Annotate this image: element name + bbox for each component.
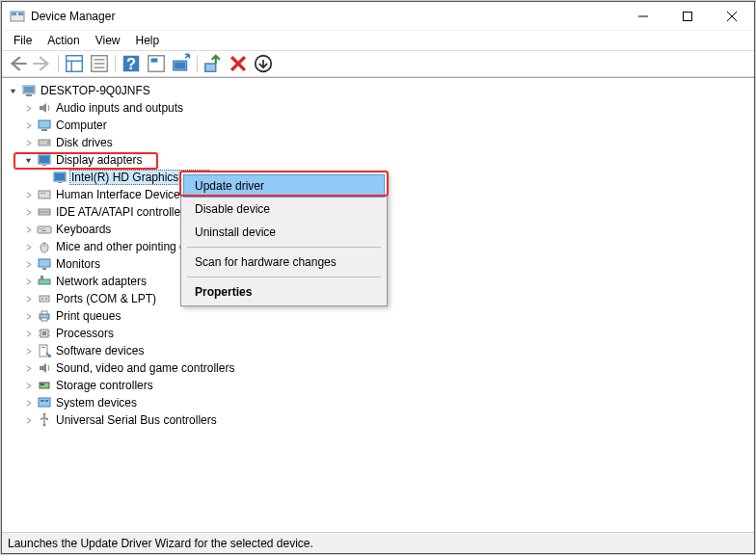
back-button[interactable] bbox=[6, 53, 29, 74]
svg-rect-2 bbox=[18, 13, 23, 15]
uninstall-button[interactable] bbox=[227, 53, 250, 74]
software-icon bbox=[37, 343, 52, 358]
window-controls bbox=[621, 2, 754, 30]
svg-rect-23 bbox=[24, 87, 34, 92]
chevron-right-icon[interactable] bbox=[21, 119, 35, 132]
svg-point-53 bbox=[45, 298, 47, 300]
toolbar-separator bbox=[58, 55, 59, 72]
svg-rect-47 bbox=[39, 259, 50, 267]
chevron-right-icon[interactable] bbox=[21, 240, 35, 253]
minimize-button[interactable] bbox=[621, 2, 665, 30]
forward-button[interactable] bbox=[31, 53, 54, 74]
ctx-separator bbox=[187, 277, 381, 278]
options-button[interactable] bbox=[145, 53, 168, 74]
tree-node-computer[interactable]: Computer bbox=[4, 117, 752, 134]
menu-view[interactable]: View bbox=[88, 32, 128, 49]
svg-rect-44 bbox=[41, 230, 46, 231]
chevron-right-icon[interactable] bbox=[21, 379, 35, 392]
chevron-right-icon[interactable] bbox=[21, 361, 35, 375]
tree-label: Computer bbox=[54, 119, 109, 132]
tree-label: Keyboards bbox=[54, 223, 113, 236]
ctx-label: Disable device bbox=[195, 202, 270, 216]
ctx-label: Scan for hardware changes bbox=[195, 255, 337, 269]
title-bar: Device Manager bbox=[2, 2, 754, 31]
usb-icon bbox=[37, 412, 52, 428]
sound-icon bbox=[37, 360, 52, 376]
processor-icon bbox=[37, 326, 52, 341]
tree-node-disk[interactable]: Disk drives bbox=[4, 134, 752, 151]
menu-file[interactable]: File bbox=[6, 32, 40, 49]
maximize-button[interactable] bbox=[665, 2, 710, 30]
chevron-right-icon[interactable] bbox=[21, 396, 35, 410]
disk-icon bbox=[37, 135, 52, 150]
chevron-down-icon[interactable] bbox=[6, 84, 19, 97]
svg-rect-58 bbox=[42, 331, 46, 335]
svg-rect-69 bbox=[45, 400, 48, 402]
svg-rect-63 bbox=[40, 345, 47, 357]
tree-label: Software devices bbox=[54, 344, 146, 357]
svg-rect-66 bbox=[40, 383, 44, 385]
svg-rect-17 bbox=[151, 59, 158, 63]
properties-button[interactable] bbox=[88, 53, 111, 74]
scan-button[interactable] bbox=[170, 53, 193, 74]
device-tree[interactable]: DESKTOP-9Q0JNFS Audio inputs and outputs… bbox=[2, 77, 754, 532]
network-icon bbox=[37, 274, 52, 289]
tree-label: Universal Serial Bus controllers bbox=[54, 413, 219, 427]
chevron-right-icon[interactable] bbox=[21, 101, 35, 115]
menu-action[interactable]: Action bbox=[40, 32, 87, 49]
svg-rect-35 bbox=[39, 191, 50, 198]
chevron-right-icon[interactable] bbox=[21, 257, 35, 271]
chevron-right-icon[interactable] bbox=[21, 309, 35, 323]
chevron-down-icon[interactable] bbox=[21, 153, 35, 167]
tree-node-print[interactable]: Print queues bbox=[4, 307, 752, 325]
chevron-right-icon[interactable] bbox=[21, 205, 35, 219]
tree-label: Monitors bbox=[54, 257, 102, 271]
svg-rect-25 bbox=[39, 120, 50, 128]
system-icon bbox=[37, 395, 52, 410]
toolbar-separator bbox=[115, 55, 116, 72]
tree-node-display[interactable]: Display adapters bbox=[4, 151, 752, 169]
show-hide-button[interactable] bbox=[63, 53, 86, 74]
ctx-update-driver[interactable]: Update driver bbox=[183, 174, 385, 198]
chevron-right-icon[interactable] bbox=[21, 344, 35, 357]
tree-root[interactable]: DESKTOP-9Q0JNFS bbox=[4, 82, 752, 99]
tree-label: Display adapters bbox=[54, 153, 144, 167]
ide-icon bbox=[37, 204, 52, 220]
tree-node-system[interactable]: System devices bbox=[4, 394, 752, 411]
ctx-disable-device[interactable]: Disable device bbox=[183, 198, 385, 221]
chevron-right-icon[interactable] bbox=[21, 275, 35, 288]
audio-icon bbox=[37, 100, 52, 116]
svg-rect-37 bbox=[43, 193, 45, 194]
menu-help[interactable]: Help bbox=[128, 32, 168, 49]
ctx-scan-hardware[interactable]: Scan for hardware changes bbox=[183, 251, 385, 274]
tree-label: IDE ATA/ATAPI controllers bbox=[54, 205, 192, 219]
close-button[interactable] bbox=[710, 2, 754, 30]
tree-node-usb[interactable]: Universal Serial Bus controllers bbox=[4, 411, 752, 429]
chevron-right-icon[interactable] bbox=[21, 413, 35, 427]
update-driver-button[interactable] bbox=[202, 53, 225, 74]
chevron-right-icon[interactable] bbox=[21, 292, 35, 305]
svg-rect-43 bbox=[43, 228, 44, 229]
computer-icon bbox=[37, 118, 52, 133]
ctx-properties[interactable]: Properties bbox=[183, 280, 385, 304]
chevron-right-icon[interactable] bbox=[21, 136, 35, 149]
chevron-right-icon[interactable] bbox=[21, 327, 35, 340]
tree-node-software[interactable]: Software devices bbox=[4, 342, 752, 359]
disable-button[interactable] bbox=[252, 53, 275, 74]
svg-rect-16 bbox=[148, 56, 165, 72]
tree-node-audio[interactable]: Audio inputs and outputs bbox=[4, 99, 752, 117]
tree-node-sound[interactable]: Sound, video and game controllers bbox=[4, 359, 752, 377]
svg-rect-31 bbox=[42, 165, 46, 166]
svg-rect-67 bbox=[39, 398, 50, 407]
tree-node-processors[interactable]: Processors bbox=[4, 325, 752, 342]
help-button[interactable]: ? bbox=[120, 53, 143, 74]
svg-rect-41 bbox=[40, 228, 40, 229]
ctx-label: Properties bbox=[195, 285, 252, 299]
printer-icon bbox=[37, 308, 52, 324]
status-text: Launches the Update Driver Wizard for th… bbox=[8, 537, 313, 550]
ctx-uninstall-device[interactable]: Uninstall device bbox=[183, 221, 385, 244]
tree-node-storage[interactable]: Storage controllers bbox=[4, 377, 752, 394]
chevron-right-icon[interactable] bbox=[21, 223, 35, 236]
chevron-right-icon[interactable] bbox=[21, 188, 35, 201]
tree-label: Network adapters bbox=[54, 275, 148, 288]
